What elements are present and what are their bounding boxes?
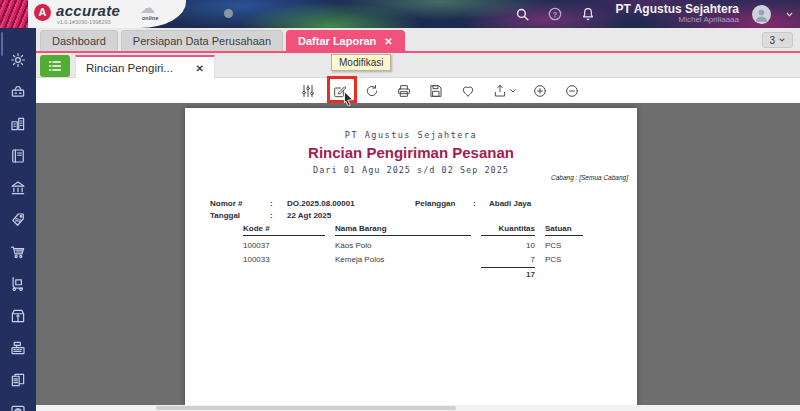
zoom-in-button[interactable] bbox=[528, 80, 552, 101]
tab-daftar-laporan[interactable]: Daftar Laporan ✕ bbox=[286, 30, 405, 51]
list-icon bbox=[47, 59, 63, 73]
scale-icon[interactable] bbox=[9, 82, 28, 101]
tanggal-value: 22 Agt 2025 bbox=[287, 211, 331, 220]
gear-icon[interactable] bbox=[9, 50, 28, 69]
report-list-button[interactable] bbox=[40, 55, 70, 77]
svg-text:Rp: Rp bbox=[15, 217, 21, 222]
search-icon[interactable] bbox=[512, 4, 532, 24]
colon: : bbox=[270, 211, 273, 220]
user-name: Michel Apriliaaaa bbox=[615, 16, 739, 25]
report-fields: Nomor # : DO.2025.08.00001 Pelanggan : A… bbox=[210, 199, 612, 225]
tax-documents-icon[interactable] bbox=[9, 370, 28, 389]
tab-persiapan-data-perusahaan[interactable]: Persiapan Data Perusahaan bbox=[121, 30, 283, 51]
logo-online-badge: online bbox=[142, 15, 158, 21]
help-icon[interactable]: ? bbox=[545, 4, 565, 24]
colon: : bbox=[270, 199, 273, 208]
export-button[interactable] bbox=[488, 80, 520, 101]
avatar[interactable] bbox=[752, 5, 771, 24]
colon: : bbox=[473, 199, 476, 208]
pelanggan-label: Pelanggan bbox=[415, 199, 455, 208]
document-tab-bar: Rincian Pengiri... ✕ bbox=[36, 53, 800, 78]
price-tag-icon[interactable]: Rp bbox=[9, 210, 28, 229]
globe-report-icon[interactable] bbox=[9, 402, 28, 411]
table-cell: PCS bbox=[545, 250, 583, 264]
table-cell: 10 bbox=[481, 236, 535, 250]
header-dot-decoration bbox=[224, 9, 233, 18]
app-version: v1.0.1#3090-1998293 bbox=[57, 19, 111, 25]
shopping-cart-icon[interactable] bbox=[9, 242, 28, 261]
favorite-heart-button[interactable] bbox=[456, 80, 480, 101]
report-viewer: PT Agustus Sejahtera Rincian Pengiriman … bbox=[36, 103, 800, 411]
save-button[interactable] bbox=[424, 80, 448, 101]
document-tab-label: Rincian Pengiri... bbox=[86, 62, 173, 74]
pelanggan-value: Abadi Jaya bbox=[489, 199, 531, 208]
nomor-label: Nomor # bbox=[210, 199, 242, 208]
print-button[interactable] bbox=[392, 80, 416, 101]
col-header-nama-barang: Nama Barang bbox=[335, 224, 471, 236]
col-header-satuan: Satuan bbox=[545, 224, 583, 236]
account-info[interactable]: PT Agustus Sejahtera Michel Apriliaaaa bbox=[615, 3, 739, 25]
filter-settings-button[interactable] bbox=[296, 80, 320, 101]
document-tab-rincian-pengiriman[interactable]: Rincian Pengiri... ✕ bbox=[75, 55, 215, 79]
notifications-bell-icon[interactable] bbox=[578, 4, 598, 24]
buildings-icon[interactable] bbox=[9, 114, 28, 133]
report-branch-note: Cabang : [Semua Cabang] bbox=[551, 174, 628, 181]
close-icon[interactable]: ✕ bbox=[384, 36, 392, 47]
app-header: A accurate v1.0.1#3090-1998293 ☁ online … bbox=[0, 0, 800, 28]
package-icon[interactable] bbox=[9, 306, 28, 325]
tooltip-modifikasi: Modifikasi bbox=[331, 54, 391, 71]
tab-label: Daftar Laporan bbox=[298, 35, 376, 47]
mouse-cursor-icon bbox=[343, 91, 356, 110]
tab-label: Persiapan Data Perusahaan bbox=[133, 35, 271, 47]
module-sidebar: Rp bbox=[0, 28, 36, 411]
col-header-kode: Kode # bbox=[243, 224, 325, 236]
tab-overflow-button[interactable]: 3 bbox=[762, 32, 793, 48]
table-cell: Kaos Polo bbox=[335, 236, 471, 250]
tab-dashboard[interactable]: Dashboard bbox=[40, 30, 118, 51]
report-toolbar bbox=[36, 78, 800, 103]
ledger-book-icon[interactable] bbox=[9, 146, 28, 165]
horizontal-scrollbar[interactable] bbox=[36, 405, 800, 411]
table-cell: PCS bbox=[545, 236, 583, 250]
bank-icon[interactable] bbox=[9, 178, 28, 197]
nomor-value: DO.2025.08.00001 bbox=[287, 199, 355, 208]
main-tab-bar: Dashboard Persiapan Data Perusahaan Daft… bbox=[36, 28, 800, 53]
chevron-down-icon bbox=[509, 87, 517, 95]
logo-text: accurate bbox=[56, 2, 120, 19]
report-title: Rincian Pengiriman Pesanan bbox=[185, 144, 637, 161]
table-cell: 7 bbox=[481, 250, 535, 264]
chevron-down-icon[interactable] bbox=[784, 4, 794, 24]
tab-count: 3 bbox=[769, 35, 775, 46]
cash-register-icon[interactable] bbox=[9, 338, 28, 357]
refresh-button[interactable] bbox=[360, 80, 384, 101]
report-company: PT Agustus Sejahtera bbox=[185, 130, 637, 140]
hand-truck-icon[interactable] bbox=[9, 274, 28, 293]
table-cell: 100037 bbox=[243, 236, 325, 250]
accurate-logo-icon: A bbox=[34, 4, 51, 21]
chevron-down-icon bbox=[778, 36, 786, 44]
svg-text:?: ? bbox=[553, 10, 558, 19]
col-header-kuantitas: Kuantitas bbox=[481, 224, 535, 236]
table-cell: 100033 bbox=[243, 250, 325, 264]
table-cell: Kemeja Polos bbox=[335, 250, 471, 264]
tab-label: Dashboard bbox=[52, 35, 106, 47]
zoom-out-button[interactable] bbox=[560, 80, 584, 101]
tanggal-label: Tanggal bbox=[210, 211, 240, 220]
report-page: PT Agustus Sejahtera Rincian Pengiriman … bbox=[185, 108, 637, 405]
report-table: Kode # Nama Barang Kuantitas Satuan 1000… bbox=[243, 224, 583, 279]
table-total-kuantitas: 17 bbox=[481, 267, 535, 279]
close-icon[interactable]: ✕ bbox=[196, 63, 204, 74]
scrollbar-thumb[interactable] bbox=[156, 406, 456, 410]
